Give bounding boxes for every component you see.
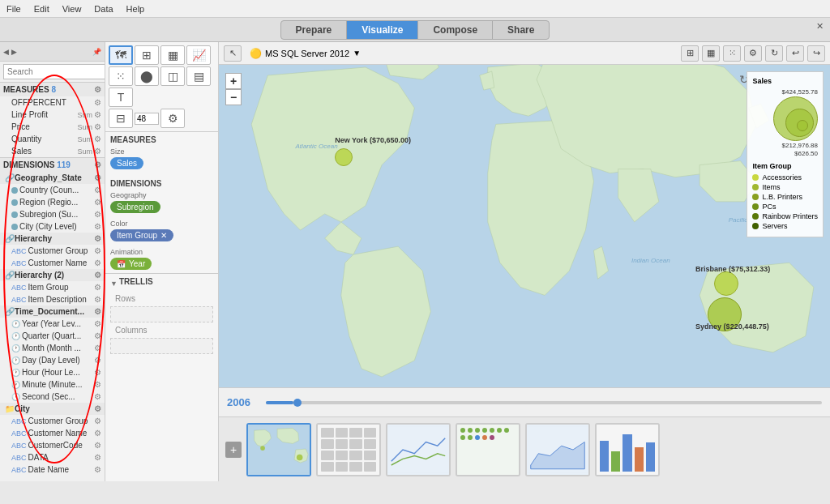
trellis-collapse-icon[interactable]: ▼ (110, 280, 118, 288)
sidebar-item-city-level[interactable]: City (City Level) ⚙ (0, 220, 105, 233)
sidebar-item-price[interactable]: Price Sum ⚙ (0, 121, 105, 133)
customer-group-gear-icon[interactable]: ⚙ (94, 246, 101, 255)
price-gear-icon[interactable]: ⚙ (94, 122, 101, 131)
sidebar-item-item-group[interactable]: ABC Item Group ⚙ (0, 281, 105, 293)
sidebar-item-second[interactable]: 🕐 Second (Sec... ⚙ (0, 391, 105, 403)
quarter-gear-icon[interactable]: ⚙ (94, 331, 101, 340)
dimensions-gear-icon[interactable]: ⚙ (94, 160, 101, 169)
chart-type-btn-5[interactable]: ⁙ (109, 66, 133, 86)
thumbnail-grid[interactable] (316, 423, 381, 476)
view-bar-btn[interactable]: ▦ (702, 45, 720, 62)
sidebar-item-region[interactable]: Region (Regio... ⚙ (0, 196, 105, 208)
sidebar-item-data[interactable]: ABC DATA ⚙ (0, 451, 105, 463)
hierarchy2-gear-icon[interactable]: ⚙ (94, 271, 101, 280)
view-grid-btn[interactable]: ⊞ (681, 45, 699, 62)
zoom-in-btn[interactable]: + (225, 73, 242, 89)
thumbnail-line[interactable] (386, 423, 451, 476)
sidebar-item-customer-group2[interactable]: ABC Customer Group ⚙ (0, 415, 105, 427)
thumbnail-dots[interactable] (456, 423, 520, 476)
chart-type-btn-8[interactable]: ▤ (186, 66, 211, 86)
sidebar-item-sales[interactable]: Sales Sum ⚙ (0, 145, 105, 157)
datasource-chevron[interactable]: ▼ (353, 49, 361, 58)
second-gear-icon[interactable]: ⚙ (94, 392, 101, 401)
hour-gear-icon[interactable]: ⚙ (94, 368, 101, 377)
item-group-gear-icon[interactable]: ⚙ (94, 283, 101, 292)
undo-btn[interactable]: ↩ (786, 45, 804, 62)
menu-data[interactable]: Data (94, 4, 113, 14)
thumbnail-bar[interactable] (595, 423, 660, 476)
sidebar-item-customer-group[interactable]: ABC Customer Group ⚙ (0, 245, 105, 257)
geography-gear-icon[interactable]: ⚙ (94, 173, 101, 182)
tab-compose[interactable]: Compose (418, 21, 493, 39)
menu-view[interactable]: View (62, 4, 82, 14)
sidebar-item-customer-name2[interactable]: ABC Customer Name ⚙ (0, 427, 105, 439)
quantity-gear-icon[interactable]: ⚙ (94, 135, 101, 143)
view-scatter-btn[interactable]: ⁙ (723, 45, 741, 62)
measures-gear-icon[interactable]: ⚙ (94, 85, 101, 94)
brisbane-bubble[interactable] (714, 271, 738, 296)
chart-type-btn-4[interactable]: 📈 (186, 45, 211, 65)
sidebar-item-customer-code[interactable]: ABC CustomerCode ⚙ (0, 439, 105, 451)
timeline-thumb[interactable] (293, 399, 302, 407)
cc-gear-icon[interactable]: ⚙ (94, 441, 101, 450)
day-gear-icon[interactable]: ⚙ (94, 356, 101, 365)
sidebar-group-hierarchy2[interactable]: 🔗 Hierarchy (2) ⚙ (0, 269, 105, 281)
chart-type-btn-2[interactable]: ⊞ (135, 45, 159, 65)
redo-btn[interactable]: ↪ (807, 45, 825, 62)
sales-pill[interactable]: Sales (110, 157, 143, 169)
menu-help[interactable]: Help (126, 4, 145, 14)
city-group-gear-icon[interactable]: ⚙ (94, 404, 101, 413)
dn-gear-icon[interactable]: ⚙ (94, 465, 101, 474)
trellis-columns-dropzone[interactable] (110, 338, 213, 354)
cn2-gear-icon[interactable]: ⚙ (94, 429, 101, 438)
sidebar-collapse-btn[interactable]: ◀ ▶ (3, 48, 17, 56)
item-group-pill[interactable]: Item Group ✕ (110, 229, 173, 241)
tab-prepare[interactable]: Prepare (281, 21, 348, 39)
chart-type-btn-9[interactable]: T (109, 88, 133, 107)
city-level-gear-icon[interactable]: ⚙ (94, 222, 101, 231)
menu-edit[interactable]: Edit (34, 4, 49, 14)
chart-type-btn-6[interactable]: ⬤ (135, 66, 159, 86)
sidebar-item-quantity[interactable]: Quantity Sum ⚙ (0, 133, 105, 145)
offpercent-gear-icon[interactable]: ⚙ (94, 98, 101, 107)
sidebar-item-day[interactable]: 🕐 Day (Day Level) ⚙ (0, 354, 105, 366)
region-gear-icon[interactable]: ⚙ (94, 198, 101, 207)
sydney-bubble[interactable] (708, 297, 742, 331)
sidebar-group-city[interactable]: 📁 City ⚙ (0, 403, 105, 415)
sidebar-item-year[interactable]: 🕐 Year (Year Lev... ⚙ (0, 318, 105, 330)
minute-gear-icon[interactable]: ⚙ (94, 380, 101, 389)
layout-btn-1[interactable]: ⊟ (109, 109, 133, 128)
sidebar-item-quarter[interactable]: 🕐 Quarter (Quart... ⚙ (0, 330, 105, 342)
item-group-pill-x[interactable]: ✕ (160, 231, 167, 240)
map-refresh-icon[interactable]: ↻ (739, 73, 749, 86)
sales-gear-icon[interactable]: ⚙ (94, 147, 101, 156)
tab-visualize[interactable]: Visualize (347, 21, 418, 39)
sidebar-item-offpercent[interactable]: OFFPERCENT ⚙ (0, 96, 105, 109)
trellis-rows-dropzone[interactable] (110, 306, 213, 322)
sidebar-item-hour[interactable]: 🕐 Hour (Hour Le... ⚙ (0, 366, 105, 378)
chart-type-btn-3[interactable]: ▦ (160, 45, 185, 65)
sidebar-item-subregion[interactable]: Subregion (Su... ⚙ (0, 208, 105, 220)
subregion-gear-icon[interactable]: ⚙ (94, 210, 101, 219)
sidebar-item-customer-name[interactable]: ABC Customer Name ⚙ (0, 257, 105, 269)
year-gear-icon[interactable]: ⚙ (94, 319, 101, 328)
chart-type-btn-7[interactable]: ◫ (160, 66, 185, 86)
subregion-pill[interactable]: Subregion (110, 201, 160, 213)
thumbnail-map[interactable] (246, 423, 311, 476)
sidebar-item-month[interactable]: 🕐 Month (Month ... ⚙ (0, 342, 105, 354)
sidebar-group-geography[interactable]: 🔗 Geography_State ⚙ (0, 172, 105, 184)
sidebar-group-time[interactable]: 🔗 Time_Document... ⚙ (0, 305, 105, 318)
refresh-btn[interactable]: ↻ (765, 45, 783, 62)
tab-share[interactable]: Share (493, 21, 549, 39)
sidebar-group-hierarchy[interactable]: 🔗 Hierarchy ⚙ (0, 233, 105, 245)
layout-btn-2[interactable]: ⚙ (160, 109, 185, 128)
zoom-out-btn[interactable]: − (225, 89, 242, 105)
add-view-button[interactable]: + (225, 442, 242, 458)
size-input[interactable] (135, 113, 159, 125)
sidebar-item-minute[interactable]: 🕐 Minute (Minute... ⚙ (0, 378, 105, 391)
sidebar-item-line-profit[interactable]: Line Profit Sum ⚙ (0, 109, 105, 121)
line-profit-gear-icon[interactable]: ⚙ (94, 110, 101, 119)
sidebar-pin-btn[interactable]: 📌 (92, 48, 101, 56)
sidebar-item-item-desc[interactable]: ABC Item Description ⚙ (0, 293, 105, 305)
sidebar-item-date-name[interactable]: ABC Date Name ⚙ (0, 463, 105, 476)
